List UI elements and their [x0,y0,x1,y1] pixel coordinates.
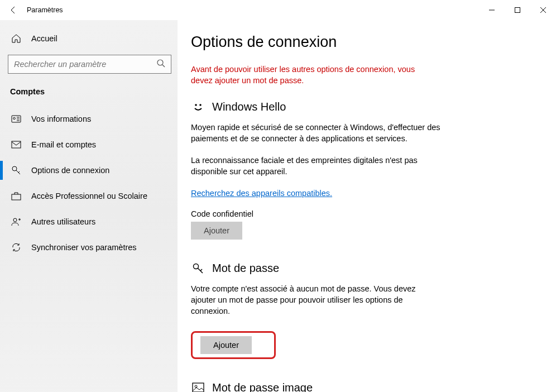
nav-label: Autres utilisateurs [31,217,95,226]
nav-email-accounts[interactable]: E-mail et comptes [0,132,178,157]
sidebar: Accueil Comptes Vos informations [0,20,178,392]
nav-label: Accès Professionnel ou Scolaire [31,192,147,200]
svg-rect-6 [12,194,21,200]
key-icon [191,262,205,275]
pin-label: Code confidentiel [191,209,534,218]
pin-add-button[interactable]: Ajouter [191,222,242,240]
main-content: Options de connexion Avant de pouvoir ut… [178,20,556,392]
hello-desc: Moyen rapide et sécurisé de se connecter… [191,122,441,144]
nav-label: Synchroniser vos paramètres [31,243,137,252]
smile-icon [191,101,205,113]
nav-label: E-mail et comptes [31,140,96,149]
svg-point-7 [13,218,17,222]
svg-point-5 [12,166,17,171]
add-user-icon [10,217,22,226]
nav-category: Comptes [0,82,178,106]
password-heading: Mot de passe [212,262,279,275]
compatible-devices-link[interactable]: Recherchez des appareils compatibles. [191,189,332,198]
nav-home[interactable]: Accueil [0,26,178,51]
nav-signin-options[interactable]: Options de connexion [0,157,178,183]
window-title: Paramètres [27,6,63,14]
mail-icon [10,141,22,149]
svg-point-3 [13,117,16,119]
maximize-button[interactable] [505,0,530,20]
sync-icon [10,242,22,252]
titlebar: Paramètres [0,0,556,20]
svg-rect-0 [515,8,520,13]
id-card-icon [10,115,22,123]
nav-home-label: Accueil [31,34,57,43]
svg-rect-11 [193,383,204,392]
nav-sync[interactable]: Synchroniser vos paramètres [0,235,178,260]
nav-other-users[interactable]: Autres utilisateurs [0,209,178,235]
svg-point-9 [199,104,202,106]
nav-label: Options de connexion [31,166,109,175]
search-field[interactable] [14,60,156,69]
search-icon [156,59,165,70]
warning-text: Avant de pouvoir utiliser les autres opt… [191,64,432,86]
picture-icon [191,383,205,392]
minimize-button[interactable] [479,0,505,20]
password-add-button[interactable]: Ajouter [200,336,252,354]
back-button[interactable] [0,0,27,20]
nav-label: Vos informations [31,114,91,123]
picture-password-heading: Mot de passe image [212,381,313,392]
svg-point-8 [195,104,197,106]
svg-rect-4 [12,141,21,148]
nav-work-school[interactable]: Accès Professionnel ou Scolaire [0,183,178,209]
key-icon [10,165,22,175]
page-title: Options de connexion [191,34,534,51]
password-desc: Votre compte n'est associé à aucun mot d… [191,284,441,317]
hello-unavail: La reconnaissance faciale et des emprein… [191,155,441,177]
search-input[interactable] [8,55,171,74]
hello-heading: Windows Hello [212,101,286,113]
svg-point-12 [195,385,197,388]
nav-your-info[interactable]: Vos informations [0,106,178,132]
highlight-box: Ajouter [191,331,276,359]
svg-point-1 [157,60,163,65]
briefcase-icon [10,192,22,200]
home-icon [10,34,22,44]
close-button[interactable] [530,0,556,20]
